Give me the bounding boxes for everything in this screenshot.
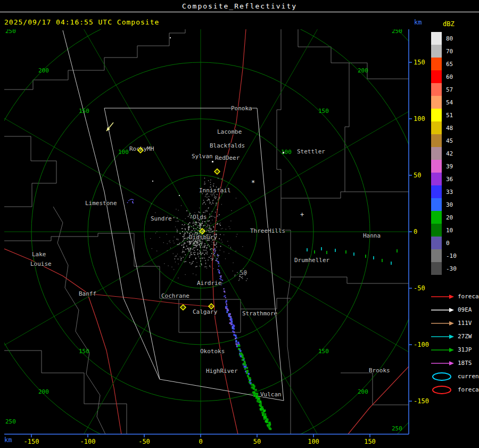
city-label: Cochrane bbox=[161, 292, 189, 299]
echo-pixel bbox=[196, 229, 197, 230]
dbz-colorbar: 807065605754514845423936333020100-10-30 bbox=[431, 32, 464, 275]
echo-pixel bbox=[205, 266, 206, 267]
legend-arrow-icon bbox=[430, 305, 456, 315]
ring-distance-label: 150 bbox=[318, 108, 329, 115]
echo-pixel bbox=[252, 392, 254, 394]
echo-pixel bbox=[226, 306, 228, 307]
map-layers: 2502001501001001502002501502002501502002… bbox=[0, 0, 479, 448]
y-axis-tick-label: 150 bbox=[414, 59, 425, 66]
colorbar-row: 80 bbox=[431, 32, 464, 45]
echo-pixel bbox=[207, 197, 207, 197]
echo-pixel bbox=[220, 250, 220, 250]
x-axis-tick-label: -50 bbox=[138, 438, 150, 445]
colorbar-swatch bbox=[431, 211, 442, 224]
echo-pixel bbox=[213, 231, 214, 232]
echo-pixel bbox=[187, 232, 188, 233]
ring-distance-label: 200 bbox=[358, 388, 368, 395]
echo-pixel bbox=[210, 232, 211, 232]
echo-pixel bbox=[195, 241, 196, 242]
echo-pixel bbox=[201, 253, 202, 254]
km-unit-top-label: km bbox=[414, 19, 422, 26]
colorbar-row: 42 bbox=[431, 147, 464, 160]
colorbar-swatch bbox=[431, 109, 442, 121]
echo-pixel bbox=[217, 258, 218, 259]
legend-label: 31JP bbox=[458, 346, 472, 353]
echo-pixel bbox=[167, 234, 167, 234]
range-spoke bbox=[201, 0, 350, 232]
colorbar-value-label: 33 bbox=[446, 189, 464, 196]
y-axis-tick-label: -150 bbox=[414, 397, 429, 405]
echo-pixel bbox=[199, 223, 200, 224]
echo-pixel bbox=[211, 242, 212, 242]
echo-pixel bbox=[195, 232, 196, 233]
echo-pixel bbox=[201, 242, 202, 243]
track-legend: forecast09EA111V27ZW31JP18TScurrentforec… bbox=[430, 290, 479, 396]
echo-pixel bbox=[209, 225, 210, 226]
legend-arrow-icon bbox=[430, 359, 456, 368]
echo-pixel bbox=[183, 251, 184, 252]
echo-pixel bbox=[174, 243, 174, 243]
echo-pixel bbox=[208, 225, 209, 226]
echo-pixel bbox=[177, 244, 178, 245]
echo-pixel bbox=[209, 230, 210, 231]
echo-pixel bbox=[200, 266, 201, 267]
echo-pixel bbox=[263, 416, 266, 418]
colorbar-swatch bbox=[431, 173, 442, 185]
echo-pixel bbox=[235, 335, 236, 336]
echo-pixel bbox=[196, 246, 197, 247]
echo-pixel bbox=[156, 250, 157, 251]
echo-pixel bbox=[207, 200, 208, 201]
echo-pixel bbox=[198, 225, 199, 226]
legend-label: forecast bbox=[458, 386, 479, 393]
echo-pixel bbox=[184, 224, 185, 225]
colorbar-swatch bbox=[431, 160, 442, 173]
colorbar-row: -10 bbox=[431, 249, 464, 262]
legend-row: 31JP bbox=[430, 343, 479, 356]
echo-pixel bbox=[194, 243, 195, 244]
echo-pixel bbox=[209, 201, 210, 202]
echo-pixel bbox=[237, 272, 237, 273]
echo-pixel bbox=[230, 229, 230, 229]
echo-pixel bbox=[207, 266, 207, 267]
colorbar-value-label: 39 bbox=[446, 163, 464, 170]
echo-pixel bbox=[212, 242, 213, 243]
highway-line bbox=[90, 294, 213, 307]
echo-pixel bbox=[219, 198, 219, 199]
echo-pixel bbox=[226, 304, 227, 305]
legend-row: forecast bbox=[430, 383, 479, 396]
echo-pixel bbox=[226, 312, 228, 313]
echo-pixel bbox=[177, 218, 178, 219]
echo-pixel bbox=[211, 232, 212, 233]
x-axis-tick-label: 0 bbox=[199, 438, 202, 445]
echo-pixel bbox=[236, 237, 237, 237]
echo-pixel bbox=[192, 263, 193, 264]
echo-pixel bbox=[219, 270, 220, 271]
echo-pixel bbox=[194, 254, 195, 255]
echo-pixel bbox=[224, 296, 225, 297]
echo-pixel bbox=[217, 216, 218, 217]
city-label: Olds bbox=[193, 214, 207, 221]
echo-pixel bbox=[209, 199, 209, 200]
echo-pixel bbox=[216, 203, 216, 204]
legend-label: current bbox=[458, 373, 479, 380]
echo-pixel bbox=[209, 217, 210, 218]
echo-pixel bbox=[217, 223, 218, 224]
ring-distance-label: 100 bbox=[118, 149, 129, 156]
colorbar-value-label: 0 bbox=[446, 240, 464, 247]
city-label: Brooks bbox=[369, 367, 390, 374]
echo-pixel bbox=[178, 221, 179, 222]
boundary-line bbox=[241, 298, 291, 309]
echo-pixel bbox=[196, 275, 196, 275]
echo-pixel bbox=[195, 245, 196, 246]
echo-pixel bbox=[177, 230, 178, 231]
echo-pixel bbox=[191, 241, 192, 242]
echo-pixel bbox=[216, 216, 217, 217]
echo-pixel bbox=[213, 185, 213, 185]
echo-pixel bbox=[211, 229, 212, 230]
legend-row: current bbox=[430, 370, 479, 383]
echo-pixel bbox=[225, 258, 226, 259]
echo-pixel bbox=[176, 209, 176, 209]
echo-pixel bbox=[175, 258, 176, 259]
echo-pixel bbox=[249, 377, 251, 379]
echo-pixel bbox=[178, 264, 179, 264]
